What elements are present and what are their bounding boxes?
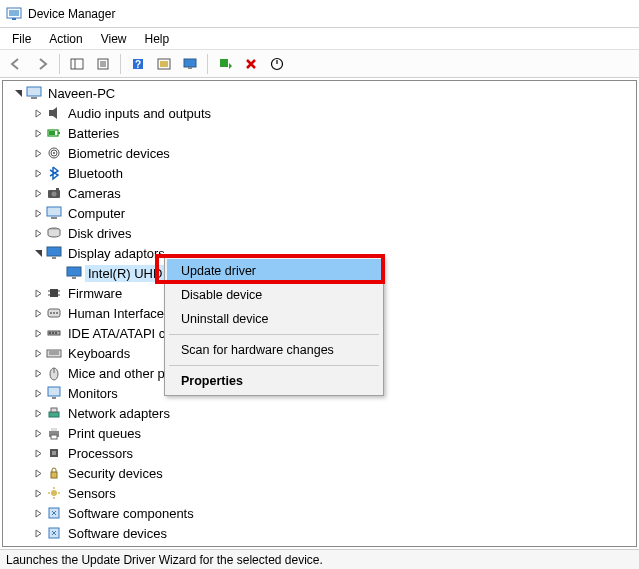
- svg-rect-22: [49, 131, 55, 135]
- tree-expander[interactable]: [31, 366, 45, 380]
- tree-category[interactable]: Sound, video and game controllers: [3, 543, 636, 547]
- monitor-button[interactable]: [178, 53, 202, 75]
- sensor-icon: [45, 485, 63, 501]
- tree-node-label: Security devices: [65, 465, 166, 482]
- context-menu-item[interactable]: Properties: [167, 369, 381, 393]
- svg-rect-62: [52, 451, 56, 455]
- tree-node-label: Keyboards: [65, 345, 133, 362]
- context-menu-item[interactable]: Scan for hardware changes: [167, 338, 381, 362]
- tree-category[interactable]: Software devices: [3, 523, 636, 543]
- tree-expander[interactable]: [31, 446, 45, 460]
- menu-action[interactable]: Action: [41, 30, 90, 48]
- svg-rect-13: [184, 59, 196, 67]
- tree-category[interactable]: Print queues: [3, 423, 636, 443]
- tree-expander[interactable]: [31, 546, 45, 547]
- tree-expander[interactable]: [31, 526, 45, 540]
- menu-help[interactable]: Help: [137, 30, 178, 48]
- tree-node-label: Computer: [65, 205, 128, 222]
- tree-expander[interactable]: [31, 146, 45, 160]
- tree-node-label: Software components: [65, 505, 197, 522]
- context-menu-item[interactable]: Uninstall device: [167, 307, 381, 331]
- menu-file[interactable]: File: [4, 30, 39, 48]
- tree-node-label: Naveen-PC: [45, 85, 118, 102]
- tree-node-label: Display adaptors: [65, 245, 168, 262]
- svg-rect-14: [188, 67, 192, 69]
- tree-expander[interactable]: [31, 126, 45, 140]
- tree-expander[interactable]: [31, 246, 45, 260]
- scan-hardware-button[interactable]: [213, 53, 237, 75]
- tree-category[interactable]: Network adapters: [3, 403, 636, 423]
- tree-category[interactable]: Sensors: [3, 483, 636, 503]
- tree-expander[interactable]: [31, 306, 45, 320]
- tree-category[interactable]: Security devices: [3, 463, 636, 483]
- svg-rect-36: [50, 289, 58, 297]
- svg-rect-1: [9, 10, 19, 16]
- svg-rect-12: [160, 61, 168, 67]
- tree-category[interactable]: Audio inputs and outputs: [3, 103, 636, 123]
- tree-category[interactable]: Disk drives: [3, 223, 636, 243]
- svg-rect-60: [51, 435, 57, 439]
- svg-text:?: ?: [135, 59, 141, 70]
- disk-icon: [45, 225, 63, 241]
- svg-rect-2: [12, 18, 16, 20]
- tree-category[interactable]: Bluetooth: [3, 163, 636, 183]
- uninstall-button[interactable]: [239, 53, 263, 75]
- speaker-icon: [45, 105, 63, 121]
- tree-category[interactable]: Biometric devices: [3, 143, 636, 163]
- update-driver-button[interactable]: [152, 53, 176, 75]
- tree-expander[interactable]: [31, 226, 45, 240]
- properties-button[interactable]: [91, 53, 115, 75]
- tree-expander[interactable]: [31, 426, 45, 440]
- tree-expander[interactable]: [31, 186, 45, 200]
- forward-button[interactable]: [30, 53, 54, 75]
- tree-node-label: Software devices: [65, 525, 170, 542]
- context-menu-separator: [169, 365, 379, 366]
- tree-category[interactable]: Processors: [3, 443, 636, 463]
- tree-node-label: Biometric devices: [65, 145, 173, 162]
- back-button[interactable]: [4, 53, 28, 75]
- menu-view[interactable]: View: [93, 30, 135, 48]
- tree-expander[interactable]: [31, 386, 45, 400]
- tree-expander[interactable]: [31, 206, 45, 220]
- disable-button[interactable]: [265, 53, 289, 75]
- svg-rect-3: [71, 59, 83, 69]
- help-button[interactable]: ?: [126, 53, 150, 75]
- computer-icon: [45, 205, 63, 221]
- monitor-icon: [45, 385, 63, 401]
- toolbar-separator: [59, 54, 60, 74]
- tree-category[interactable]: Computer: [3, 203, 636, 223]
- window-title: Device Manager: [28, 7, 115, 21]
- tree-expander[interactable]: [31, 326, 45, 340]
- tree-expander[interactable]: [31, 346, 45, 360]
- tree-expander[interactable]: [31, 286, 45, 300]
- bluetooth-icon: [45, 165, 63, 181]
- statusbar-text: Launches the Update Driver Wizard for th…: [6, 553, 323, 567]
- svg-rect-19: [49, 110, 53, 116]
- hid-icon: [45, 305, 63, 321]
- show-console-tree-button[interactable]: [65, 53, 89, 75]
- svg-rect-33: [52, 257, 56, 259]
- tree-expander[interactable]: [31, 506, 45, 520]
- context-menu-separator: [169, 334, 379, 335]
- svg-rect-35: [72, 277, 76, 279]
- svg-rect-32: [47, 247, 61, 256]
- tree-category[interactable]: Batteries: [3, 123, 636, 143]
- svg-point-44: [56, 312, 58, 314]
- tree-node-label: Bluetooth: [65, 165, 126, 182]
- tree-expander[interactable]: [31, 106, 45, 120]
- tree-root[interactable]: Naveen-PC: [3, 83, 636, 103]
- context-menu-item[interactable]: Update driver: [167, 259, 381, 283]
- tree-expander[interactable]: [31, 406, 45, 420]
- tree-expander[interactable]: [31, 166, 45, 180]
- chip-icon: [45, 285, 63, 301]
- tree-expander-none: [51, 266, 65, 280]
- tree-category[interactable]: Cameras: [3, 183, 636, 203]
- svg-rect-28: [56, 188, 59, 190]
- context-menu-item[interactable]: Disable device: [167, 283, 381, 307]
- tree-expander[interactable]: [11, 86, 25, 100]
- tree-expander[interactable]: [31, 486, 45, 500]
- tree-expander[interactable]: [31, 466, 45, 480]
- cpu-icon: [45, 445, 63, 461]
- tree-category[interactable]: Software components: [3, 503, 636, 523]
- svg-rect-56: [49, 412, 59, 417]
